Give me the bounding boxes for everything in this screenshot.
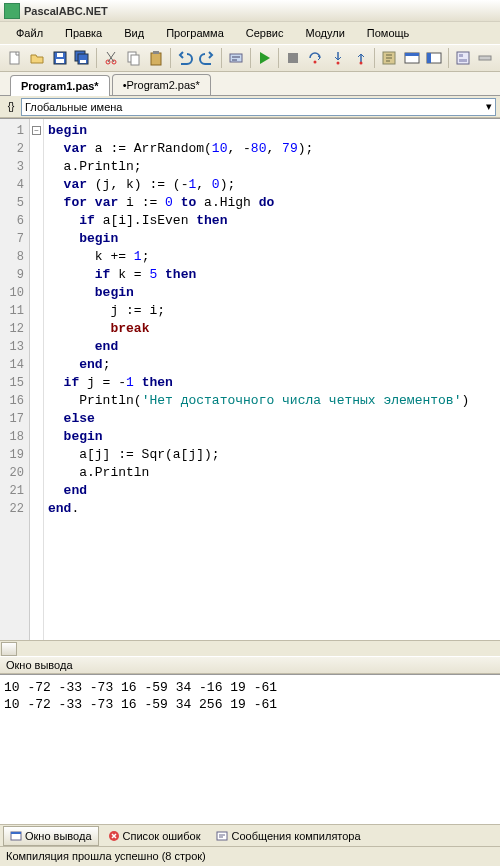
- menu-сервис[interactable]: Сервис: [236, 24, 294, 42]
- save-all-icon: [74, 50, 90, 66]
- scope-dropdown[interactable]: Глобальные имена ▾: [21, 98, 496, 116]
- cut-button[interactable]: [100, 47, 122, 69]
- bottom-tab-0[interactable]: Окно вывода: [3, 826, 99, 846]
- document-tab-1[interactable]: •Program2.pas*: [112, 74, 211, 95]
- svg-rect-11: [151, 53, 161, 65]
- save-icon: [52, 50, 68, 66]
- line-number: 4: [0, 176, 29, 194]
- app-icon: [4, 3, 20, 19]
- document-tabs: Program1.pas*•Program2.pas*: [0, 72, 500, 96]
- paste-button[interactable]: [145, 47, 167, 69]
- stop-button[interactable]: [282, 47, 304, 69]
- undo-button[interactable]: [174, 47, 196, 69]
- svg-rect-28: [11, 832, 21, 834]
- code-line: a.Println;: [48, 158, 496, 176]
- intellisense-button[interactable]: [225, 47, 247, 69]
- form-designer-button[interactable]: [452, 47, 474, 69]
- copy-icon: [126, 50, 142, 66]
- code-line: if a[i].IsEven then: [48, 212, 496, 230]
- svg-rect-0: [10, 52, 19, 64]
- intellisense-icon: [228, 50, 244, 66]
- svg-point-17: [359, 62, 362, 65]
- redo-button[interactable]: [196, 47, 218, 69]
- document-tab-0[interactable]: Program1.pas*: [10, 75, 110, 96]
- line-number: 9: [0, 266, 29, 284]
- mode-1-button[interactable]: [401, 47, 423, 69]
- menu-модули[interactable]: Модули: [295, 24, 354, 42]
- svg-point-15: [314, 61, 317, 64]
- code-content[interactable]: begin var a := ArrRandom(10, -80, 79); a…: [44, 119, 500, 640]
- code-editor[interactable]: 12345678910111213141516171819202122 − be…: [0, 118, 500, 640]
- status-text: Компиляция прошла успешно (8 строк): [6, 850, 206, 862]
- line-number: 17: [0, 410, 29, 428]
- line-number: 12: [0, 320, 29, 338]
- scope-label: Глобальные имена: [25, 101, 123, 113]
- compile-button[interactable]: [378, 47, 400, 69]
- step-out-button[interactable]: [350, 47, 372, 69]
- line-number: 13: [0, 338, 29, 356]
- line-number: 2: [0, 140, 29, 158]
- code-line: var a := ArrRandom(10, -80, 79);: [48, 140, 496, 158]
- svg-rect-10: [131, 55, 139, 65]
- mode-2-button[interactable]: [423, 47, 445, 69]
- open-file-button[interactable]: [27, 47, 49, 69]
- line-number: 1: [0, 122, 29, 140]
- bottom-tab-label: Окно вывода: [25, 830, 92, 842]
- line-number: 14: [0, 356, 29, 374]
- chevron-down-icon: ▾: [486, 100, 492, 113]
- window-icon: [10, 830, 22, 842]
- bottom-tab-1[interactable]: Список ошибок: [101, 826, 208, 846]
- copy-button[interactable]: [123, 47, 145, 69]
- toolbar-separator: [250, 48, 251, 68]
- menu-помощь[interactable]: Помощь: [357, 24, 420, 42]
- run-button[interactable]: [254, 47, 276, 69]
- menu-правка[interactable]: Правка: [55, 24, 112, 42]
- bottom-tab-label: Сообщения компилятора: [231, 830, 360, 842]
- compile-icon: [381, 50, 397, 66]
- code-line: break: [48, 320, 496, 338]
- save-all-button[interactable]: [72, 47, 94, 69]
- svg-rect-25: [459, 59, 467, 62]
- toolbar: [0, 44, 500, 72]
- output-panel-title: Окно вывода: [0, 656, 500, 674]
- line-number: 16: [0, 392, 29, 410]
- line-number: 10: [0, 284, 29, 302]
- save-button[interactable]: [49, 47, 71, 69]
- svg-rect-3: [57, 53, 63, 57]
- menu-вид[interactable]: Вид: [114, 24, 154, 42]
- toolbar-separator: [448, 48, 449, 68]
- step-out-icon: [353, 50, 369, 66]
- code-line: a[j] := Sqr(a[j]);: [48, 446, 496, 464]
- code-line: begin: [48, 230, 496, 248]
- collapse-button[interactable]: [475, 47, 497, 69]
- toolbar-separator: [278, 48, 279, 68]
- horizontal-scrollbar[interactable]: [0, 640, 500, 656]
- open-file-icon: [29, 50, 45, 66]
- output-panel[interactable]: 10 -72 -33 -73 16 -59 34 -16 19 -61 10 -…: [0, 674, 500, 824]
- step-into-button[interactable]: [327, 47, 349, 69]
- step-over-icon: [307, 50, 323, 66]
- code-line: else: [48, 410, 496, 428]
- undo-icon: [177, 50, 193, 66]
- scrollbar-button[interactable]: [1, 642, 17, 656]
- svg-point-16: [337, 62, 340, 65]
- toolbar-separator: [221, 48, 222, 68]
- title-bar: PascalABC.NET: [0, 0, 500, 22]
- toolbar-separator: [374, 48, 375, 68]
- code-line: begin: [48, 284, 496, 302]
- bottom-tab-2[interactable]: Сообщения компилятора: [209, 826, 367, 846]
- fold-toggle-icon[interactable]: −: [32, 126, 41, 135]
- menu-программа[interactable]: Программа: [156, 24, 234, 42]
- svg-rect-14: [288, 53, 298, 63]
- svg-rect-30: [217, 832, 227, 840]
- menu-файл[interactable]: Файл: [6, 24, 53, 42]
- line-number: 11: [0, 302, 29, 320]
- step-over-button[interactable]: [305, 47, 327, 69]
- scope-icon: {}: [4, 100, 18, 114]
- code-line: end: [48, 482, 496, 500]
- code-line: begin: [48, 122, 496, 140]
- new-file-button[interactable]: [4, 47, 26, 69]
- line-number: 22: [0, 500, 29, 518]
- form-designer-icon: [455, 50, 471, 66]
- step-into-icon: [330, 50, 346, 66]
